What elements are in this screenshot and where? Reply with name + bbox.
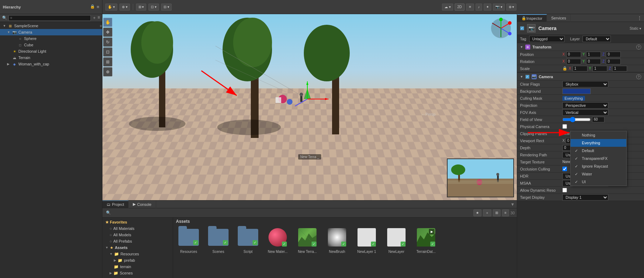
hierarchy-item-cube[interactable]: □ Cube xyxy=(0,42,102,48)
asset-newlayer[interactable]: ✓ NewLayer xyxy=(384,226,409,254)
position-y-input[interactable] xyxy=(586,52,601,57)
terrain-icon: ⛰ xyxy=(12,55,17,60)
scene-camera[interactable]: 📷 ▾ xyxy=(493,4,505,11)
project-options-btn[interactable]: ≡ xyxy=(502,209,509,216)
project-assets-section[interactable]: ▼ ★ Assets xyxy=(102,244,173,251)
fov-input[interactable] xyxy=(592,117,604,122)
scene-draw-mode[interactable]: ☁ ▾ xyxy=(442,4,453,11)
target-display-select[interactable]: Display 1 xyxy=(562,194,608,201)
project-scenes-folder[interactable]: ▶ 📁 Scenes xyxy=(102,270,173,276)
clear-flags-select[interactable]: Skybox xyxy=(562,81,608,87)
static-dropdown[interactable]: Static ▾ xyxy=(630,26,641,30)
fov-axis-select[interactable]: Vertical xyxy=(562,109,608,116)
hierarchy-add-icon[interactable]: ＋ xyxy=(92,15,96,21)
hierarchy-item-sphere[interactable]: ○ Sphere xyxy=(0,35,102,42)
asset-new-terra[interactable]: ✓ New Terra... xyxy=(295,226,320,254)
physical-camera-checkbox[interactable] xyxy=(562,124,567,129)
hierarchy-item-camera[interactable]: ▼ 📷 Camera xyxy=(0,29,102,35)
active-checkbox[interactable]: ✓ xyxy=(520,26,524,30)
fov-slider[interactable] xyxy=(562,117,591,122)
hierarchy-item-directional-light[interactable]: ☀ Directional Light xyxy=(0,48,102,54)
rect-tool-btn[interactable]: ⊞ xyxy=(103,57,112,66)
dropdown-item-ui[interactable]: ✓ UI xyxy=(571,178,626,186)
project-add-btn[interactable]: ＋ xyxy=(483,209,491,216)
tab-inspector[interactable]: 🔒 Inspector xyxy=(517,14,547,22)
rotation-z-input[interactable] xyxy=(606,59,621,64)
hierarchy-item-woman[interactable]: ▶ ◈ Woman_with_cap xyxy=(0,61,102,67)
scene-gizmos[interactable]: ⊕ ▾ xyxy=(506,4,517,11)
asset-resources[interactable]: ✓ Resources xyxy=(176,226,201,254)
asset-new-material[interactable]: ✓ New Mater... xyxy=(265,226,290,254)
tab-services[interactable]: Services xyxy=(547,14,571,22)
position-x-input[interactable] xyxy=(566,52,581,57)
hierarchy-menu-icon[interactable]: ≡ xyxy=(96,4,99,10)
hand-tool-btn[interactable]: ✋ xyxy=(103,18,112,27)
hierarchy-lock-icon[interactable]: 🔒 xyxy=(90,4,95,10)
scene-menu-icon[interactable]: ≡ xyxy=(100,24,102,28)
tab-console[interactable]: ▶ Console xyxy=(129,201,156,208)
scene-fx[interactable]: ✦ xyxy=(484,4,491,11)
position-z-input[interactable] xyxy=(606,52,621,57)
project-all-prefabs[interactable]: ○ All Prefabs xyxy=(102,238,173,244)
occlusion-checkbox[interactable] xyxy=(562,167,567,171)
hierarchy-more-icon[interactable]: ≡ xyxy=(98,15,100,21)
search-icon: 🔍 xyxy=(2,16,7,20)
help-icon[interactable]: ? xyxy=(636,74,641,79)
tag-select[interactable]: Untagged xyxy=(529,36,565,42)
project-resources-folder[interactable]: ▼ 📁 Resources xyxy=(102,251,173,257)
toolbar-grid-btn[interactable]: ⊞ ▾ xyxy=(136,4,147,11)
hierarchy-search-input[interactable] xyxy=(8,15,91,21)
rotate-tool-btn[interactable]: ↻ xyxy=(103,37,112,47)
toolbar-move-tool[interactable]: ⊕ ▾ xyxy=(119,4,130,11)
lock-scale-icon[interactable]: 🔒 xyxy=(562,66,567,71)
camera-enabled-checkbox[interactable]: ✓ xyxy=(525,75,530,79)
prefab-label: prefab xyxy=(124,258,135,262)
project-all-models[interactable]: ○ All Models xyxy=(102,232,173,238)
rotation-x-input[interactable] xyxy=(566,59,581,64)
project-all-materials[interactable]: ○ All Materials xyxy=(102,225,173,232)
scale-x-input[interactable] xyxy=(573,66,587,71)
culling-mask-value[interactable]: Everything xyxy=(562,96,585,101)
project-favorites-section[interactable]: ★ Favorites xyxy=(102,219,173,225)
dropdown-item-ignore-raycast[interactable]: ✓ Ignore Raycast xyxy=(571,162,626,170)
background-color-swatch[interactable] xyxy=(562,88,591,94)
dropdown-item-everything[interactable]: Everything xyxy=(571,139,626,147)
hierarchy-item-terrain[interactable]: ⛰ Terrain xyxy=(0,54,102,61)
project-terrain-folder[interactable]: 📁 terrain xyxy=(102,263,173,270)
scale-y-input[interactable] xyxy=(592,66,607,71)
tab-project[interactable]: 🗂 Project xyxy=(102,201,129,208)
asset-newbrush[interactable]: ✓ NewBrush xyxy=(324,226,350,254)
project-collapse-icon[interactable]: ▼ xyxy=(510,202,515,207)
toolbar-transform-tool[interactable]: ✋ ▾ xyxy=(105,4,117,11)
project-filter-btn[interactable]: ⊞ xyxy=(493,209,501,216)
asset-newlayer1[interactable]: ✓ NewLayer 1 xyxy=(354,226,379,254)
toolbar-layout-btn[interactable]: ⊟ ▾ xyxy=(161,4,172,11)
allow-dynamic-checkbox[interactable] xyxy=(562,188,567,192)
asset-scenes[interactable]: ✓ Scenes xyxy=(206,226,231,254)
projection-select[interactable]: Perspective xyxy=(562,102,608,109)
rotation-y-input[interactable] xyxy=(586,59,601,64)
scene-lighting[interactable]: ☀ xyxy=(466,4,474,11)
move-tool-btn[interactable]: ✥ xyxy=(103,28,112,37)
dropdown-item-water[interactable]: ✓ Water xyxy=(571,170,626,178)
cube-icon: □ xyxy=(18,42,23,47)
asset-terraindat[interactable]: ▶ ✓ TerrainDat... xyxy=(413,226,439,254)
scale-z-input[interactable] xyxy=(612,66,627,71)
dropdown-item-default[interactable]: ✓ Default xyxy=(571,147,626,155)
asset-script[interactable]: ✓ Script xyxy=(235,226,261,254)
toolbar-snap-btn[interactable]: ⊡ ▾ xyxy=(148,4,159,11)
layer-select[interactable]: Default xyxy=(583,36,611,42)
scale-tool-btn[interactable]: ⊡ xyxy=(103,47,112,57)
transform-section-header[interactable]: ▼ ⊕ Transform ? xyxy=(517,43,644,51)
project-prefab-folder[interactable]: ▶ 📁 prefab xyxy=(102,257,173,263)
hierarchy-item-samplescene[interactable]: ▼ ⊞ SampleScene ≡ xyxy=(0,23,102,29)
inspector-menu-icon[interactable]: ⋮ xyxy=(637,15,642,21)
scene-2d-toggle[interactable]: 2D xyxy=(455,4,465,11)
dropdown-item-transparentfx[interactable]: ✓ TransparentFX xyxy=(571,155,626,162)
dropdown-item-nothing[interactable]: Nothing xyxy=(571,131,626,139)
camera-section-header[interactable]: ▼ ✓ 📷 Camera ? xyxy=(517,73,644,81)
project-favorites-btn[interactable]: ★ xyxy=(473,209,481,216)
scene-audio[interactable]: ♪ xyxy=(475,4,482,11)
help-icon[interactable]: ? xyxy=(636,45,641,50)
transform-tool-btn[interactable]: ⊕ xyxy=(103,67,112,76)
